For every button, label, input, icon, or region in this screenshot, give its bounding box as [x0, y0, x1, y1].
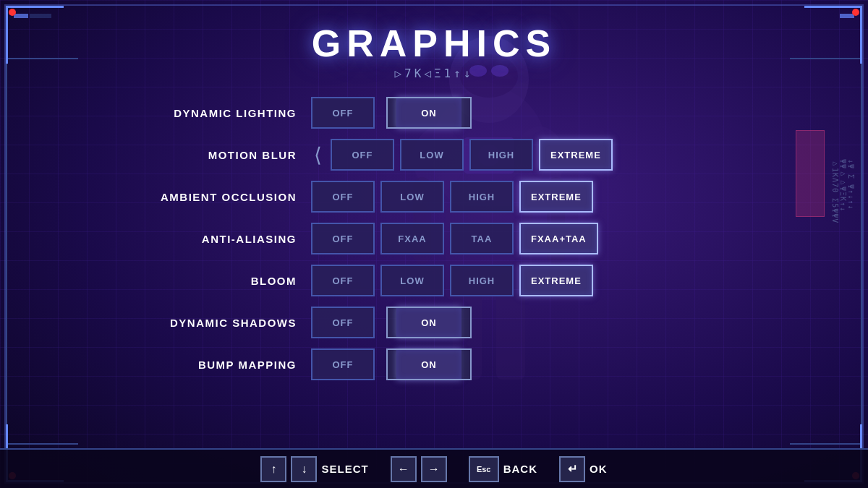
select-up-key[interactable]: ↑ — [260, 456, 286, 482]
setting-controls-motion-blur: ⟨OFFLOWHIGHEXTREME — [311, 139, 731, 171]
select-down-key[interactable]: ↓ — [291, 456, 317, 482]
select-label: SELECT — [321, 463, 368, 475]
nav-lr: ← → — [391, 456, 447, 482]
btn-bloom-low[interactable]: LOW — [380, 265, 444, 296]
btn-dynamic-shadows-off[interactable]: OFF — [311, 307, 375, 338]
setting-label-anti-aliasing: ANTI-ALIASING — [137, 233, 311, 245]
setting-controls-ambient-occlusion: OFFLOWHIGHEXTREME — [311, 181, 731, 213]
title-section: GRAPHICS ▷7K◁Ξ1↑↓ — [312, 22, 556, 80]
setting-row-anti-aliasing: ANTI-ALIASINGOFFFXAATAAFXAA+TAA — [137, 221, 731, 257]
btn-ambient-occlusion-low[interactable]: LOW — [380, 181, 444, 213]
setting-label-bump-mapping: BUMP MAPPING — [137, 359, 311, 371]
setting-label-motion-blur: MOTION BLUR — [137, 149, 311, 161]
on-bracket-left — [386, 97, 396, 129]
on-bracket-right — [461, 97, 472, 129]
setting-label-dynamic-shadows: DYNAMIC SHADOWS — [137, 317, 311, 329]
setting-row-motion-blur: MOTION BLUR⟨OFFLOWHIGHEXTREME — [137, 137, 731, 173]
on-bracket-right — [461, 307, 472, 338]
setting-label-dynamic-lighting: DYNAMIC LIGHTING — [137, 107, 311, 119]
left-key[interactable]: ← — [391, 456, 417, 482]
on-bracket-right — [461, 348, 472, 380]
bracket-left: ⟨ — [314, 143, 322, 167]
setting-label-bloom: BLOOM — [137, 275, 311, 287]
setting-label-ambient-occlusion: AMBIENT OCCLUSION — [137, 191, 311, 203]
btn-motion-blur-low[interactable]: LOW — [400, 139, 464, 171]
right-key[interactable]: → — [421, 456, 447, 482]
nav-bar: ↑ ↓ SELECT ← → Esc BACK ↵ OK — [0, 448, 868, 488]
btn-ambient-occlusion-off[interactable]: OFF — [311, 181, 375, 213]
ok-key[interactable]: ↵ — [559, 456, 585, 482]
btn-dynamic-lighting-on[interactable]: ON — [396, 97, 461, 129]
setting-controls-dynamic-shadows: OFFON — [311, 307, 731, 338]
btn-bump-mapping-on-wrapper: ON — [386, 348, 472, 380]
on-bracket-left — [386, 348, 396, 380]
ok-label: OK — [590, 463, 608, 475]
btn-motion-blur-off[interactable]: OFF — [331, 139, 394, 171]
settings-container: DYNAMIC LIGHTINGOFFONMOTION BLUR⟨OFFLOWH… — [137, 95, 731, 382]
main-content: GRAPHICS ▷7K◁Ξ1↑↓ DYNAMIC LIGHTINGOFFONM… — [0, 0, 868, 488]
nav-select: ↑ ↓ SELECT — [260, 456, 368, 482]
back-key[interactable]: Esc — [469, 456, 499, 482]
btn-ambient-occlusion-high[interactable]: HIGH — [450, 181, 514, 213]
setting-controls-dynamic-lighting: OFFON — [311, 97, 731, 129]
on-bracket-left — [386, 307, 396, 338]
back-label: BACK — [503, 463, 537, 475]
btn-anti-aliasing-off[interactable]: OFF — [311, 223, 375, 254]
btn-dynamic-lighting-off[interactable]: OFF — [311, 97, 375, 129]
page-title: GRAPHICS — [312, 22, 556, 65]
btn-bloom-off[interactable]: OFF — [311, 265, 375, 296]
setting-row-dynamic-shadows: DYNAMIC SHADOWSOFFON — [137, 304, 731, 341]
btn-dynamic-shadows-on[interactable]: ON — [396, 307, 461, 338]
btn-motion-blur-high[interactable]: HIGH — [469, 139, 533, 171]
btn-bump-mapping-on[interactable]: ON — [396, 348, 461, 380]
setting-row-bump-mapping: BUMP MAPPINGOFFON — [137, 346, 731, 382]
btn-dynamic-lighting-on-wrapper: ON — [386, 97, 472, 129]
btn-anti-aliasing-fxaa[interactable]: FXAA — [380, 223, 444, 254]
btn-motion-blur-extreme[interactable]: EXTREME — [539, 139, 613, 171]
nav-back: Esc BACK — [469, 456, 537, 482]
nav-ok: ↵ OK — [559, 456, 608, 482]
setting-controls-anti-aliasing: OFFFXAATAAFXAA+TAA — [311, 223, 731, 254]
btn-bump-mapping-off[interactable]: OFF — [311, 348, 375, 380]
btn-dynamic-shadows-on-wrapper: ON — [386, 307, 472, 338]
btn-ambient-occlusion-extreme[interactable]: EXTREME — [519, 181, 593, 213]
page-subtitle: ▷7K◁Ξ1↑↓ — [312, 67, 556, 80]
btn-anti-aliasing-taa[interactable]: TAA — [450, 223, 514, 254]
setting-row-dynamic-lighting: DYNAMIC LIGHTINGOFFON — [137, 95, 731, 131]
setting-controls-bump-mapping: OFFON — [311, 348, 731, 380]
btn-anti-aliasing-fxaa-plus-taa[interactable]: FXAA+TAA — [519, 223, 598, 254]
setting-row-ambient-occlusion: AMBIENT OCCLUSIONOFFLOWHIGHEXTREME — [137, 179, 731, 215]
setting-controls-bloom: OFFLOWHIGHEXTREME — [311, 265, 731, 296]
setting-row-bloom: BLOOMOFFLOWHIGHEXTREME — [137, 262, 731, 299]
btn-bloom-extreme[interactable]: EXTREME — [519, 265, 593, 296]
btn-bloom-high[interactable]: HIGH — [450, 265, 514, 296]
